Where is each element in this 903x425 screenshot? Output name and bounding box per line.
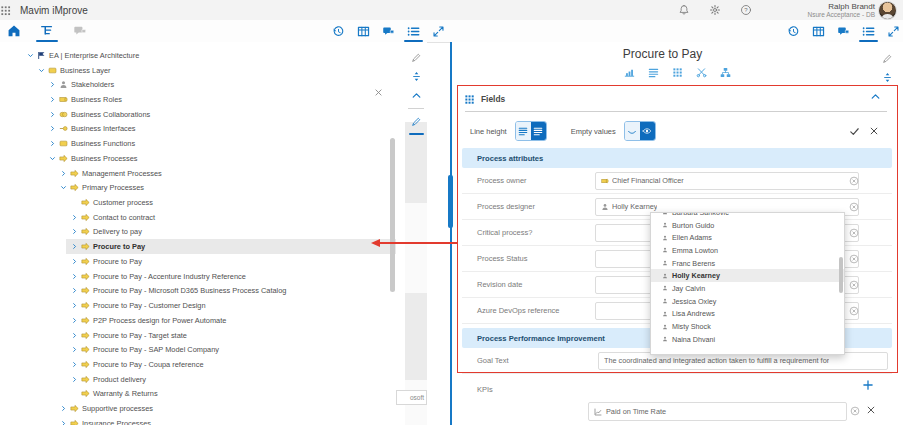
chevron-up-icon[interactable] xyxy=(411,90,422,101)
chevron-right-icon[interactable] xyxy=(48,96,57,103)
panel-splitter-thumb[interactable] xyxy=(448,175,453,228)
tree-row[interactable]: Insurance Processes xyxy=(0,416,405,425)
tree-row[interactable]: Procure to Pay - SAP Model Company xyxy=(0,342,405,357)
chevron-right-icon[interactable] xyxy=(59,420,68,425)
pencil-icon[interactable] xyxy=(882,53,893,64)
tree-row[interactable]: Business Layer xyxy=(0,63,405,78)
nav-tab-topic-tree[interactable] xyxy=(39,24,55,38)
clear-kpi-button[interactable] xyxy=(850,406,860,416)
kpi-item[interactable]: Paid on Time Rate xyxy=(588,402,847,421)
clear-field-button[interactable] xyxy=(849,202,859,212)
line-height-toggle[interactable] xyxy=(515,121,547,141)
chart-icon[interactable] xyxy=(624,67,635,78)
tree-row[interactable]: Business Roles xyxy=(0,92,405,107)
chevron-right-icon[interactable] xyxy=(70,317,79,324)
add-kpi-button[interactable] xyxy=(862,379,874,391)
dropdown-item[interactable]: Misty Shock xyxy=(651,320,844,333)
avatar[interactable] xyxy=(878,1,897,20)
chevron-right-icon[interactable] xyxy=(70,302,79,309)
chevron-down-icon[interactable] xyxy=(48,155,57,162)
lines-icon[interactable] xyxy=(648,67,659,78)
help-icon[interactable]: ? xyxy=(740,4,752,16)
dropdown-item[interactable]: Lisa Andrews xyxy=(651,308,844,321)
fields-section-header[interactable]: Fields xyxy=(464,90,883,108)
tree-row[interactable]: Product delivery xyxy=(0,372,405,387)
tree-row[interactable]: Business Functions xyxy=(0,136,405,151)
chevron-right-icon[interactable] xyxy=(70,258,79,265)
flow-icon[interactable] xyxy=(720,67,731,78)
empty-values-toggle[interactable] xyxy=(624,121,656,141)
dropdown-item[interactable]: Holly Kearney xyxy=(651,269,844,282)
tree-row[interactable]: Primary Processes xyxy=(0,180,405,195)
nav-tab-home[interactable] xyxy=(6,24,22,38)
close-icon[interactable] xyxy=(869,126,879,136)
scissors-icon[interactable] xyxy=(696,67,707,78)
tree-row[interactable]: Delivery to pay xyxy=(0,225,405,240)
chevron-right-icon[interactable] xyxy=(59,405,68,412)
dropdown-scrollbar[interactable] xyxy=(839,257,843,293)
chevron-right-icon[interactable] xyxy=(70,287,79,294)
tree-row[interactable]: Procure to Pay - Customer Design xyxy=(0,298,405,313)
chevron-down-icon[interactable] xyxy=(26,52,35,59)
clear-field-button[interactable] xyxy=(849,280,859,290)
empty-values-show-option[interactable] xyxy=(640,122,655,140)
chevron-right-icon[interactable] xyxy=(48,140,57,147)
line-height-expanded-option[interactable] xyxy=(531,122,546,140)
history-icon[interactable] xyxy=(787,25,800,38)
chevron-right-icon[interactable] xyxy=(70,332,79,339)
list-icon[interactable] xyxy=(862,25,875,38)
clear-field-button[interactable] xyxy=(849,228,859,238)
table-icon[interactable] xyxy=(812,25,825,38)
chevron-down-icon[interactable] xyxy=(37,67,46,74)
gear-icon[interactable] xyxy=(709,4,721,16)
tree-row[interactable]: Supportive processes xyxy=(0,401,405,416)
expand-icon[interactable] xyxy=(432,25,445,38)
bell-icon[interactable] xyxy=(678,4,690,16)
chevron-right-icon[interactable] xyxy=(70,273,79,280)
remove-kpi-button[interactable] xyxy=(866,405,876,415)
pencil-icon[interactable] xyxy=(411,116,422,127)
chevron-right-icon[interactable] xyxy=(70,228,79,235)
tree-row[interactable]: P2P Process design for Power Automate xyxy=(0,313,405,328)
pencil-icon[interactable] xyxy=(411,52,422,63)
user-block[interactable]: Ralph Brandt Nsure Acceptance - DB xyxy=(807,2,875,19)
tree-row[interactable]: Management Processes xyxy=(0,166,405,181)
tree-row-selected[interactable]: Procure to Pay xyxy=(0,239,405,254)
chevron-right-icon[interactable] xyxy=(48,125,57,132)
tree-row[interactable]: Procure to Pay xyxy=(0,254,405,269)
chevron-right-icon[interactable] xyxy=(70,361,79,368)
dropdown-item[interactable]: Burton Guido xyxy=(651,219,844,232)
updown-icon[interactable] xyxy=(882,72,893,83)
line-height-compact-option[interactable] xyxy=(516,122,531,140)
dropdown-item[interactable]: Jessica Oxley xyxy=(651,295,844,308)
tree-row[interactable]: Warranty & Returns xyxy=(0,387,405,402)
chevron-right-icon[interactable] xyxy=(48,111,57,118)
dropdown-item[interactable]: Barbara Sankovic xyxy=(651,212,844,219)
dropdown-item[interactable]: Naina Dhvani xyxy=(651,333,844,346)
tree-row[interactable]: Business Collaborations xyxy=(0,107,405,122)
tree-row[interactable]: Contact to contract xyxy=(0,210,405,225)
check-icon[interactable] xyxy=(849,126,860,137)
clear-field-button[interactable] xyxy=(849,254,859,264)
empty-values-hide-option[interactable] xyxy=(625,122,640,140)
chevron-right-icon[interactable] xyxy=(70,243,79,250)
dropdown-item[interactable]: Jay Calvin xyxy=(651,282,844,295)
dropdown-item[interactable]: Ellen Adams xyxy=(651,231,844,244)
comments-icon[interactable] xyxy=(382,25,395,38)
tree-row[interactable]: EA | Enterprise Architecture xyxy=(0,48,405,63)
list-icon[interactable] xyxy=(407,25,420,38)
chevron-right-icon[interactable] xyxy=(70,214,79,221)
expand-icon[interactable] xyxy=(887,25,900,38)
dropdown-item[interactable]: Franc Berens xyxy=(651,257,844,270)
tree-row[interactable]: Procure to Pay - Microsoft D365 Business… xyxy=(0,284,405,299)
chevron-down-icon[interactable] xyxy=(59,184,68,191)
tree-row[interactable]: Business Processes xyxy=(0,151,405,166)
updown-icon[interactable] xyxy=(411,71,422,82)
chevron-right-icon[interactable] xyxy=(59,170,68,177)
tree-row[interactable]: Business Interfaces xyxy=(0,122,405,137)
chevron-right-icon[interactable] xyxy=(70,346,79,353)
dropdown-item[interactable]: Emma Lowton xyxy=(651,244,844,257)
tree-row[interactable]: Stakeholders xyxy=(0,77,405,92)
close-icon[interactable] xyxy=(374,88,383,97)
chevron-right-icon[interactable] xyxy=(48,81,57,88)
